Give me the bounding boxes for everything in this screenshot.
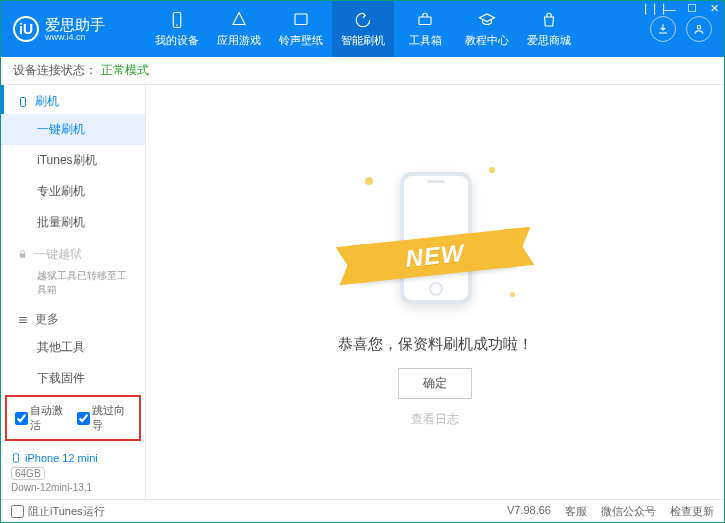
sidebar-item-other-tools[interactable]: 其他工具 [1, 332, 145, 363]
skip-guide-checkbox[interactable]: 跳过向导 [77, 403, 131, 433]
header: iU 爱思助手 www.i4.cn 我的设备 应用游戏 铃声壁纸 智能刷机 工具… [1, 1, 724, 57]
options-checkboxes: 自动激活 跳过向导 [5, 395, 141, 441]
nav-apps[interactable]: 应用游戏 [208, 1, 270, 57]
nav-store[interactable]: 爱思商城 [518, 1, 580, 57]
view-log-link[interactable]: 查看日志 [411, 411, 459, 428]
version-label: V7.98.66 [507, 504, 551, 519]
sidebar-item-itunes-flash[interactable]: iTunes刷机 [1, 145, 145, 176]
sidebar-item-batch-flash[interactable]: 批量刷机 [1, 207, 145, 238]
window-controls: ❘❘❘ — ☐ ✕ [641, 2, 721, 15]
status-bar: 设备连接状态： 正常模式 [1, 57, 724, 85]
device-storage: 64GB [11, 467, 45, 480]
toolbox-icon [416, 11, 434, 29]
flash-icon [354, 11, 372, 29]
sidebar-section-more[interactable]: 更多 [1, 303, 145, 332]
customer-service-link[interactable]: 客服 [565, 504, 587, 519]
success-illustration: NEW [335, 157, 535, 317]
auto-activate-checkbox[interactable]: 自动激活 [15, 403, 69, 433]
menu-icon[interactable]: ❘❘❘ [641, 2, 655, 15]
ok-button[interactable]: 确定 [398, 368, 472, 399]
download-icon [656, 22, 670, 36]
close-button[interactable]: ✕ [707, 2, 721, 15]
phone-icon [11, 451, 21, 465]
sidebar-item-download-fw[interactable]: 下载固件 [1, 363, 145, 391]
flash-section-icon [17, 96, 29, 108]
device-firmware: Down-12mini-13,1 [11, 482, 135, 493]
nav-toolbox[interactable]: 工具箱 [394, 1, 456, 57]
wallpaper-icon [292, 11, 310, 29]
logo-area: iU 爱思助手 www.i4.cn [1, 16, 146, 42]
user-icon [692, 22, 706, 36]
nav-flash[interactable]: 智能刷机 [332, 1, 394, 57]
lock-icon [17, 249, 28, 260]
success-message: 恭喜您，保资料刷机成功啦！ [338, 335, 533, 354]
minimize-button[interactable]: — [663, 3, 677, 15]
ribbon-text: NEW [404, 238, 466, 272]
device-icon [168, 11, 186, 29]
status-label: 设备连接状态： [13, 62, 97, 79]
main-content: NEW 恭喜您，保资料刷机成功啦！ 确定 查看日志 [146, 85, 724, 499]
check-update-link[interactable]: 检查更新 [670, 504, 714, 519]
svg-point-4 [697, 26, 701, 30]
svg-rect-7 [14, 454, 19, 462]
sidebar-section-flash[interactable]: 刷机 [1, 85, 145, 114]
svg-point-1 [176, 24, 178, 26]
sidebar-item-pro-flash[interactable]: 专业刷机 [1, 176, 145, 207]
sidebar-section-jailbreak: 一键越狱 [1, 238, 145, 267]
logo-icon: iU [13, 16, 39, 42]
device-name: iPhone 12 mini [25, 452, 98, 464]
app-name: 爱思助手 [45, 17, 105, 32]
sidebar: 刷机 一键刷机 iTunes刷机 专业刷机 批量刷机 一键越狱 越狱工具已转移至… [1, 85, 146, 499]
svg-rect-3 [419, 17, 431, 25]
store-icon [540, 11, 558, 29]
maximize-button[interactable]: ☐ [685, 2, 699, 15]
download-button[interactable] [650, 16, 676, 42]
header-right [650, 16, 724, 42]
status-value: 正常模式 [101, 62, 149, 79]
more-section-icon [17, 314, 29, 326]
stop-itunes-checkbox[interactable]: 阻止iTunes运行 [11, 504, 105, 519]
jailbreak-note: 越狱工具已转移至工具箱 [1, 267, 145, 303]
user-button[interactable] [686, 16, 712, 42]
top-nav: 我的设备 应用游戏 铃声壁纸 智能刷机 工具箱 教程中心 爱思商城 [146, 1, 650, 57]
svg-rect-6 [20, 254, 26, 258]
svg-rect-2 [295, 14, 307, 25]
svg-rect-5 [21, 97, 26, 106]
app-domain: www.i4.cn [45, 32, 105, 42]
nav-tutorials[interactable]: 教程中心 [456, 1, 518, 57]
tutorial-icon [478, 11, 496, 29]
connected-device[interactable]: iPhone 12 mini 64GB Down-12mini-13,1 [1, 445, 145, 499]
nav-my-device[interactable]: 我的设备 [146, 1, 208, 57]
sidebar-item-onekey-flash[interactable]: 一键刷机 [1, 114, 145, 145]
apps-icon [230, 11, 248, 29]
footer: 阻止iTunes运行 V7.98.66 客服 微信公众号 检查更新 [1, 499, 724, 523]
nav-ringtones[interactable]: 铃声壁纸 [270, 1, 332, 57]
wechat-link[interactable]: 微信公众号 [601, 504, 656, 519]
